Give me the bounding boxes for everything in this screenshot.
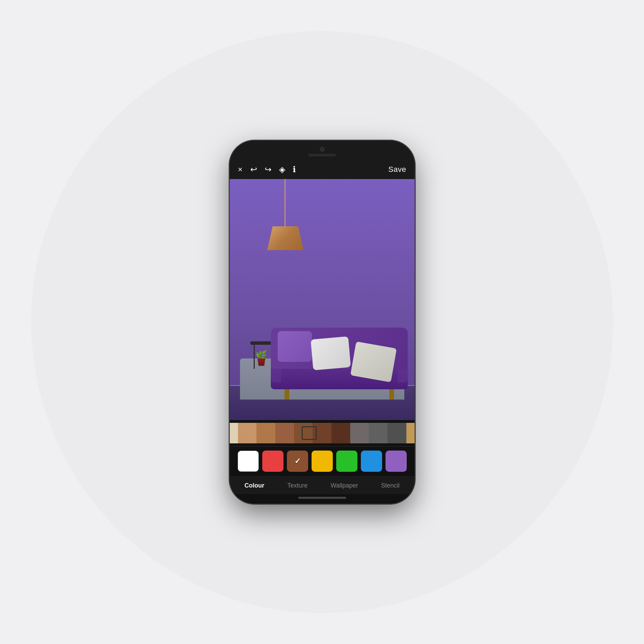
palette-swatches: [235, 451, 409, 472]
toolbar: × ↩ ↪ ◈ ℹ Save: [230, 160, 415, 179]
lamp-cord: [285, 179, 286, 227]
toolbar-left-icons: × ↩ ↪ ◈ ℹ: [238, 165, 296, 174]
tab-stencil[interactable]: Stencil: [376, 481, 405, 491]
swatch-brown[interactable]: [287, 451, 308, 472]
swatch-red[interactable]: [262, 451, 283, 472]
color-palette[interactable]: [230, 446, 415, 476]
sofa-blanket: [350, 341, 397, 382]
close-icon[interactable]: ×: [238, 165, 243, 174]
strip-color-7[interactable]: [369, 423, 388, 443]
bottom-nav: Colour Texture Wallpaper Stencil: [230, 476, 415, 494]
eraser-icon[interactable]: ◈: [279, 165, 285, 174]
room-scene: 🌿: [230, 179, 415, 420]
strip-colors[interactable]: [238, 423, 406, 443]
save-button[interactable]: Save: [388, 165, 406, 174]
tab-colour[interactable]: Colour: [239, 481, 270, 491]
sofa-white-pillow: [311, 336, 351, 370]
sofa-leg-right: [389, 389, 394, 400]
strip-left-arrow[interactable]: [230, 423, 238, 443]
color-strip-inner: [230, 423, 415, 443]
swatch-blue[interactable]: [361, 451, 382, 472]
tab-wallpaper[interactable]: Wallpaper: [325, 481, 363, 491]
sofa-leg-left: [285, 389, 289, 400]
strip-right-arrow[interactable]: [406, 423, 415, 443]
sofa-back-cushion: [278, 331, 312, 362]
swatch-white[interactable]: [238, 451, 259, 472]
swatch-green[interactable]: [336, 451, 357, 472]
info-icon[interactable]: ℹ: [293, 165, 296, 174]
strip-selected-indicator: [302, 426, 317, 440]
strip-color-6[interactable]: [350, 423, 369, 443]
swatch-yellow[interactable]: [312, 451, 333, 472]
plant: 🌿: [253, 350, 270, 366]
sofa-wrapper: [271, 328, 408, 389]
phone-top-hardware: [230, 141, 415, 160]
swatch-purple[interactable]: [386, 451, 407, 472]
background-circle: × ↩ ↪ ◈ ℹ Save: [31, 31, 613, 613]
phone-screen: × ↩ ↪ ◈ ℹ Save: [230, 160, 415, 504]
sofa-back: [271, 328, 408, 369]
strip-color-5[interactable]: [331, 423, 350, 443]
redo-icon[interactable]: ↪: [265, 165, 272, 174]
lamp-shade: [267, 226, 304, 250]
undo-icon[interactable]: ↩: [250, 165, 257, 174]
plant-pot: [257, 358, 266, 366]
tab-texture[interactable]: Texture: [282, 481, 313, 491]
strip-color-0[interactable]: [238, 423, 257, 443]
main-image-area[interactable]: 🌿: [230, 179, 415, 420]
phone-device: × ↩ ↪ ◈ ℹ Save: [230, 141, 415, 504]
phone-speaker: [308, 154, 336, 156]
strip-color-2[interactable]: [275, 423, 294, 443]
color-strip[interactable]: [230, 420, 415, 446]
phone-camera: [320, 147, 325, 152]
strip-color-8[interactable]: [388, 423, 406, 443]
home-indicator: [298, 497, 346, 499]
strip-color-1[interactable]: [256, 423, 275, 443]
